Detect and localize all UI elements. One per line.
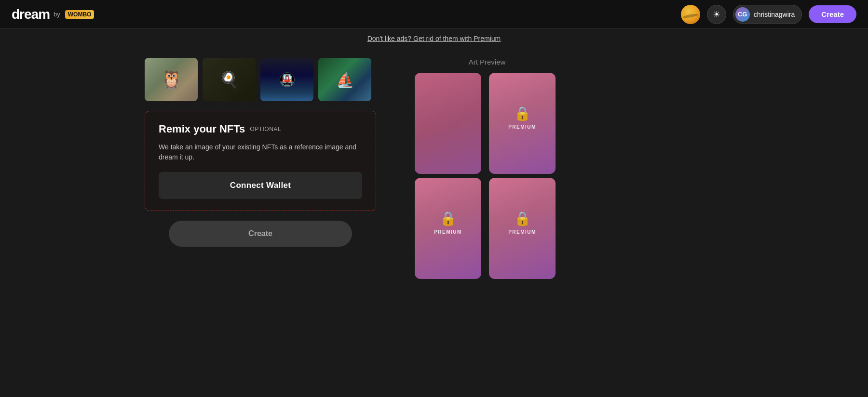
lock-icon-1: 🔒 [514,106,531,121]
premium-label-1: PREMIUM [508,124,536,130]
art-card-2[interactable]: 🔒 PREMIUM [489,73,556,174]
optional-badge: OPTIONAL [250,126,281,132]
art-card-3[interactable]: 🔒 PREMIUM [415,178,481,279]
art-preview-label: Art Preview [415,58,559,66]
nft-title-row: Remix your NFTs OPTIONAL [159,123,362,135]
art-preview-grid: 🔒 PREMIUM 🔒 PREMIUM 🔒 PREMIUM [415,73,559,279]
header: dream by WOMBO ☀ CG christinagwira Creat… [0,0,868,29]
avatar: CG [735,7,750,22]
premium-label-3: PREMIUM [508,229,536,235]
sun-icon: ☀ [713,9,720,20]
image-gallery [145,58,376,101]
nft-description: We take an image of your existing NFTs a… [159,142,362,162]
planet-icon[interactable] [681,5,700,24]
gallery-thumb-1[interactable] [145,58,198,101]
username-label: christinagwira [754,11,795,18]
gallery-thumb-4[interactable] [318,58,371,101]
header-left: dream by WOMBO [12,7,94,22]
create-bottom-button[interactable]: Create [169,221,352,247]
connect-wallet-button[interactable]: Connect Wallet [159,172,362,199]
logo-dream: dream [12,7,50,22]
right-panel: Art Preview 🔒 PREMIUM 🔒 PREMIUM 🔒 PREMIU… [415,58,559,279]
nft-remix-box: Remix your NFTs OPTIONAL We take an imag… [145,111,376,211]
nft-title: Remix your NFTs [159,123,245,135]
lock-icon-2: 🔒 [440,211,457,226]
user-profile-button[interactable]: CG christinagwira [733,5,802,24]
promo-link[interactable]: Don't like ads? Get rid of them with Pre… [367,35,501,42]
header-right: ☀ CG christinagwira Create [681,5,856,24]
promo-bar: Don't like ads? Get rid of them with Pre… [0,29,868,48]
art-card-4[interactable]: 🔒 PREMIUM [489,178,556,279]
premium-label-2: PREMIUM [434,229,462,235]
main-content: Remix your NFTs OPTIONAL We take an imag… [0,48,868,395]
logo-by: by [54,11,60,18]
gallery-thumb-2[interactable] [203,58,256,101]
theme-toggle-button[interactable]: ☀ [707,5,726,24]
gallery-thumb-3[interactable] [260,58,313,101]
lock-icon-3: 🔒 [514,211,531,226]
create-header-button[interactable]: Create [809,5,856,23]
wombo-logo: WOMBO [65,10,95,19]
art-card-1[interactable] [415,73,481,174]
left-panel: Remix your NFTs OPTIONAL We take an imag… [145,58,376,247]
